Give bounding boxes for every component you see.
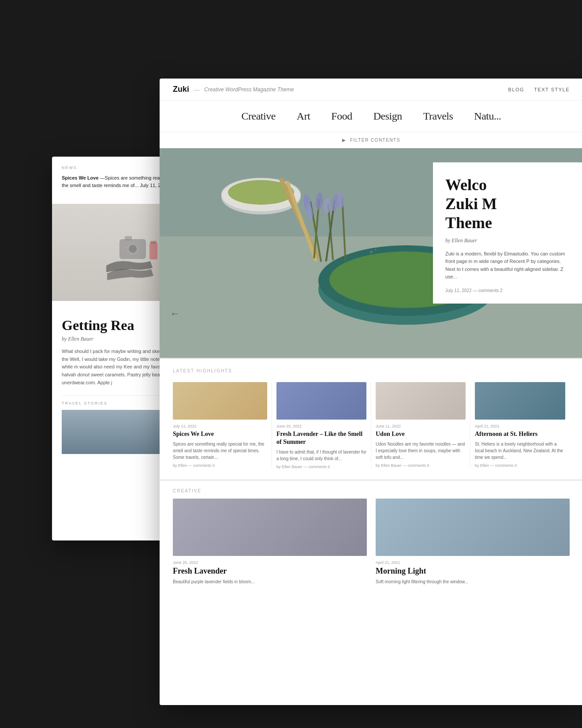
highlight-title-2[interactable]: Fresh Lavender – Like the Smell of Summe… — [276, 430, 366, 446]
hero-meta: July 11, 2022 — comments 2 — [445, 288, 571, 293]
header-nav-textstyle[interactable]: TEXT STYLE — [534, 87, 570, 92]
svg-point-22 — [324, 198, 330, 214]
highlight-item-3: June 11, 2022 Udon Love Udon Noodles are… — [371, 382, 470, 469]
creative-item-title-1[interactable]: Fresh Lavender — [173, 567, 367, 576]
highlight-item-4: April 21, 2021 Afternoon at St. Heliers … — [470, 382, 570, 469]
highlight-title-3[interactable]: Udon Love — [376, 430, 466, 438]
svg-point-2 — [129, 245, 137, 253]
highlight-item-1: July 11, 2022 Spices We Love Spices are … — [173, 382, 272, 469]
highlight-item-2: June 20, 2022 Fresh Lavender – Like the … — [272, 382, 371, 469]
site-dash: — — [194, 86, 200, 93]
svg-rect-5 — [150, 241, 157, 244]
creative-section: CREATIVE June 20, 2022 Fresh Lavender Be… — [160, 480, 582, 596]
nav-item-food[interactable]: Food — [331, 110, 352, 122]
hero-author: by Ellen Bauer — [445, 237, 571, 244]
main-card: Zuki — Creative WordPress Magazine Theme… — [160, 79, 582, 705]
highlight-meta-2: by Ellen Bauer — comments 0 — [276, 465, 366, 469]
back-arrow-button[interactable]: ← — [170, 308, 180, 319]
svg-point-28 — [375, 249, 377, 251]
nav-item-creative[interactable]: Creative — [242, 110, 276, 122]
svg-rect-4 — [149, 243, 157, 259]
creative-item-title-2[interactable]: Morning Light — [376, 567, 570, 576]
creative-item-thumb-2 — [376, 499, 570, 556]
creative-item-1: June 20, 2022 Fresh Lavender Beautiful p… — [173, 499, 367, 585]
highlight-title-1[interactable]: Spices We Love — [173, 430, 267, 438]
highlight-excerpt-1: Spices are something really special for … — [173, 441, 267, 461]
creative-item-excerpt-1: Beautiful purple lavender fields in bloo… — [173, 578, 367, 585]
highlight-date-4: April 21, 2021 — [475, 424, 565, 428]
site-logo[interactable]: Zuki — [173, 85, 189, 94]
highlight-meta-4: by Ellen — comments 0 — [475, 463, 565, 468]
creative-item-excerpt-2: Soft morning light filtering through the… — [376, 578, 570, 585]
nav-item-travels[interactable]: Travels — [423, 110, 453, 122]
hero-title: WelcoZuki MTheme — [445, 176, 571, 233]
highlight-excerpt-4: St. Heliers is a lovely neighborhood wit… — [475, 441, 565, 461]
highlight-date-1: July 11, 2022 — [173, 424, 267, 428]
creative-item-date-1: June 20, 2022 — [173, 560, 367, 565]
svg-point-27 — [370, 251, 373, 253]
highlight-date-3: June 11, 2022 — [376, 424, 466, 428]
highlight-excerpt-2: I have to admit that, if I thought of la… — [276, 449, 366, 462]
highlight-meta-3: by Ellen Bauer — comments 0 — [376, 463, 466, 468]
main-nav: Creative Art Food Design Travels Natu... — [160, 101, 582, 132]
site-header: Zuki — Creative WordPress Magazine Theme… — [160, 79, 582, 101]
back-card-headline-strong: Spices We Love — [62, 175, 99, 180]
highlight-title-4[interactable]: Afternoon at St. Heliers — [475, 430, 565, 438]
highlight-thumb-1 — [173, 382, 267, 420]
header-nav: BLOG TEXT STYLE — [508, 87, 570, 92]
latest-highlights-header: LATEST HIGHLIGHTS — [160, 358, 582, 378]
header-nav-blog[interactable]: BLOG — [508, 87, 525, 92]
site-tagline: Creative WordPress Magazine Theme — [204, 86, 294, 93]
site-brand: Zuki — Creative WordPress Magazine Theme — [173, 85, 294, 94]
nav-item-design[interactable]: Design — [373, 110, 402, 122]
svg-rect-3 — [125, 236, 132, 240]
highlight-thumb-3 — [376, 382, 466, 420]
hero-section: WelcoZuki MTheme by Ellen Bauer Zuki is … — [160, 148, 582, 358]
highlight-excerpt-3: Udon Noodles are my favorite noodles — a… — [376, 441, 466, 461]
highlights-grid: July 11, 2022 Spices We Love Spices are … — [160, 378, 582, 480]
creative-section-header: CREATIVE — [160, 480, 582, 499]
filter-bar[interactable]: ▶ FILTER CONTENTS — [160, 132, 582, 148]
nav-item-nature[interactable]: Natu... — [474, 110, 501, 122]
creative-item-2: April 21, 2021 Morning Light Soft mornin… — [376, 499, 570, 585]
creative-grid: June 20, 2022 Fresh Lavender Beautiful p… — [160, 499, 582, 596]
nav-item-art[interactable]: Art — [297, 110, 310, 122]
highlight-thumb-4 — [475, 382, 565, 420]
creative-item-thumb-1 — [173, 499, 367, 556]
hero-body: Zuki is a modern, flexibl by Elmastudio.… — [445, 250, 571, 281]
filter-bar-label: FILTER CONTENTS — [350, 138, 400, 143]
filter-arrow-icon: ▶ — [342, 138, 347, 143]
highlight-thumb-2 — [276, 382, 366, 420]
creative-item-date-2: April 21, 2021 — [376, 560, 570, 565]
highlight-date-2: June 20, 2022 — [276, 424, 366, 428]
highlight-meta-1: by Ellen — comments 0 — [173, 463, 267, 468]
hero-overlay-card: WelcoZuki MTheme by Ellen Bauer Zuki is … — [433, 162, 582, 304]
